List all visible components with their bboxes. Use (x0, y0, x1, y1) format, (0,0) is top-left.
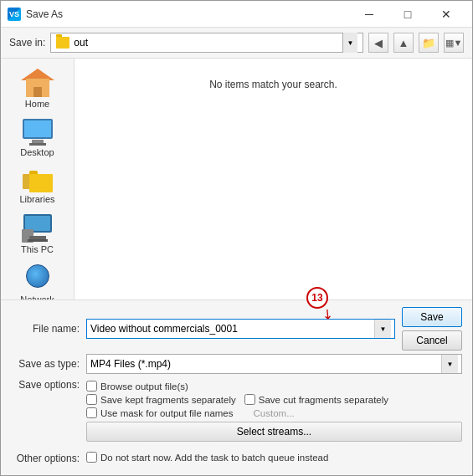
dialog-title: Save As (26, 8, 350, 20)
sidebar-label-home: Home (25, 99, 49, 109)
save-as-type-row: Save as type: MP4 Files (*.mp4) ▼ (11, 354, 462, 374)
save-fragments-checkbox[interactable] (86, 394, 97, 405)
save-button[interactable]: Save (402, 307, 462, 327)
view-icon: ▦▼ (445, 38, 463, 49)
save-options-label: Save options: (11, 377, 86, 391)
other-options-area: Do not start now. Add the task to batch … (86, 452, 462, 465)
app-icon: VS (8, 8, 21, 21)
browse-output-row: Browse output file(s) (86, 381, 462, 392)
file-name-row: File name: 13 ↘ Video without commercial… (11, 307, 462, 351)
save-as-type-control: MP4 Files (*.mp4) ▼ (86, 354, 462, 374)
save-in-label: Save in: (9, 37, 45, 49)
save-as-type-value: MP4 Files (*.mp4) (90, 358, 441, 370)
save-cut-fragments-label: Save cut fragments separately (259, 395, 388, 405)
up-button[interactable]: ▲ (393, 33, 414, 53)
file-name-control: 13 ↘ Video without commercials_0001 ▼ (86, 319, 395, 339)
use-mask-checkbox[interactable] (86, 407, 97, 418)
minimize-button[interactable]: ─ (350, 1, 388, 28)
save-as-dialog: VS Save As ─ □ ✕ Save in: out ▼ ◀ ▲ 📁 ▦▼ (0, 0, 473, 476)
do-not-start-checkbox[interactable] (86, 452, 97, 463)
new-folder-button[interactable]: 📁 (419, 33, 439, 53)
cancel-button[interactable]: Cancel (402, 330, 462, 351)
save-options-row: Save options: Browse output file(s) Save… (11, 377, 462, 448)
titlebar: VS Save As ─ □ ✕ (1, 1, 472, 28)
back-icon: ◀ (374, 37, 383, 49)
select-streams-button[interactable]: Select streams... (86, 422, 462, 442)
new-folder-icon: 📁 (422, 37, 435, 49)
do-not-start-row: Do not start now. Add the task to batch … (86, 452, 462, 463)
no-items-message: No items match your search. (81, 79, 465, 90)
sidebar: Home Desktop Libraries (1, 59, 75, 299)
view-button[interactable]: ▦▼ (444, 33, 464, 53)
fragments-row: Save kept fragments separately Save cut … (86, 394, 462, 405)
use-mask-label: Use mask for output file names (100, 408, 234, 418)
browse-output-label: Browse output file(s) (100, 381, 188, 392)
browse-output-checkbox[interactable] (86, 381, 97, 392)
folder-icon (56, 37, 69, 49)
file-name-combo[interactable]: Video without commercials_0001 ▼ (86, 319, 395, 339)
annotation-13: 13 (306, 287, 328, 309)
sidebar-label-thispc: This PC (21, 244, 54, 254)
sidebar-item-desktop[interactable]: Desktop (4, 115, 71, 161)
bottom-form: File name: 13 ↘ Video without commercial… (1, 299, 472, 475)
file-browser-area: No items match your search. (75, 59, 472, 299)
network-icon (22, 264, 54, 293)
save-fragments-label: Save kept fragments separately (100, 395, 236, 405)
other-options-row: Other options: Do not start now. Add the… (11, 452, 462, 465)
file-name-dropdown-arrow[interactable]: ▼ (374, 320, 391, 338)
file-name-label: File name: (11, 323, 86, 335)
save-as-type-combo[interactable]: MP4 Files (*.mp4) ▼ (86, 354, 462, 374)
sidebar-label-libraries: Libraries (19, 194, 54, 204)
main-area: Home Desktop Libraries (1, 59, 472, 299)
sidebar-item-network[interactable]: Network (4, 261, 71, 299)
save-in-dropdown-arrow[interactable]: ▼ (342, 33, 357, 53)
up-icon: ▲ (398, 37, 409, 49)
back-button[interactable]: ◀ (368, 33, 388, 53)
save-options-area: Browse output file(s) Save kept fragment… (86, 377, 462, 448)
save-in-combo[interactable]: out ▼ (50, 33, 363, 53)
libraries-icon (23, 167, 53, 192)
desktop-icon (22, 119, 54, 146)
custom-label: Custom... (254, 408, 295, 418)
home-icon (23, 69, 53, 97)
save-in-path: out (74, 37, 342, 49)
save-cut-fragments-checkbox[interactable] (244, 394, 255, 405)
other-options-label: Other options: (11, 453, 86, 464)
mask-row: Use mask for output file names Custom... (86, 407, 462, 418)
form-buttons: Save Cancel (402, 307, 462, 351)
save-as-type-dropdown-arrow[interactable]: ▼ (441, 355, 458, 373)
maximize-button[interactable]: □ (388, 1, 427, 28)
sidebar-label-desktop: Desktop (20, 147, 54, 157)
sidebar-item-home[interactable]: Home (4, 65, 71, 112)
sidebar-item-libraries[interactable]: Libraries (4, 164, 71, 207)
sidebar-item-thispc[interactable]: This PC (4, 211, 71, 258)
close-button[interactable]: ✕ (427, 1, 465, 28)
do-not-start-label: Do not start now. Add the task to batch … (100, 453, 328, 463)
toolbar: Save in: out ▼ ◀ ▲ 📁 ▦▼ (1, 28, 472, 59)
file-name-value: Video without commercials_0001 (90, 323, 374, 335)
save-as-type-label: Save as type: (11, 358, 86, 370)
thispc-icon (21, 214, 54, 243)
